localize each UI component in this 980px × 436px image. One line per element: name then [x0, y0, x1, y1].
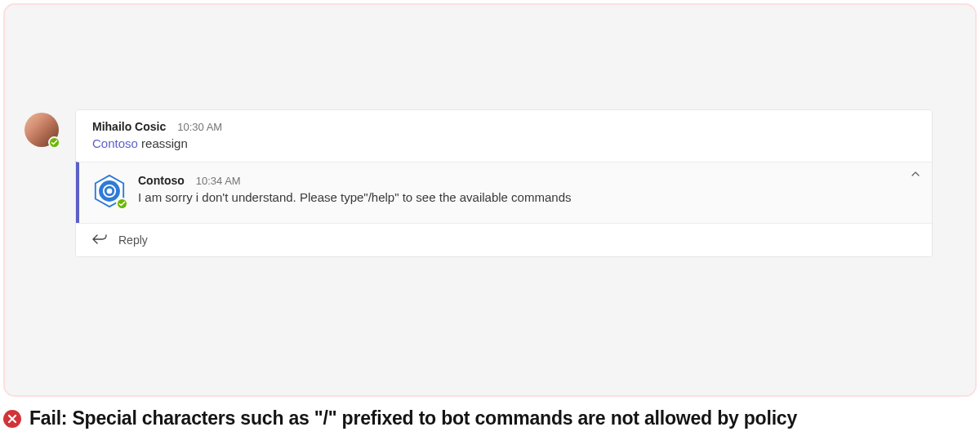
reply-content: Contoso 10:34 AM I am sorry i don't unde… — [138, 174, 915, 208]
reply-message[interactable]: Contoso 10:34 AM I am sorry i don't unde… — [76, 162, 932, 223]
collapse-thread-button[interactable] — [911, 169, 920, 180]
presence-available-icon — [116, 198, 128, 210]
screenshot-frame: Mihailo Cosic 10:30 AM Contoso reassign — [3, 3, 977, 397]
message-text: reassign — [138, 136, 188, 150]
presence-available-icon — [48, 136, 60, 149]
message-body: Contoso reassign — [92, 136, 915, 150]
root-message[interactable]: Mihailo Cosic 10:30 AM Contoso reassign — [76, 110, 932, 162]
at-mention[interactable]: Contoso — [92, 136, 138, 150]
message-thread: Mihailo Cosic 10:30 AM Contoso reassign — [75, 109, 933, 257]
reply-input[interactable]: Reply — [76, 223, 932, 256]
message-header: Contoso 10:34 AM — [138, 174, 915, 187]
author-name: Mihailo Cosic — [92, 120, 166, 133]
message-time: 10:30 AM — [177, 121, 222, 133]
reply-arrow-icon — [92, 234, 107, 246]
reply-placeholder: Reply — [118, 234, 148, 247]
user-avatar[interactable] — [24, 113, 59, 147]
bot-avatar[interactable] — [92, 174, 127, 208]
author-name: Contoso — [138, 174, 185, 187]
message-body: I am sorry i don't understand. Please ty… — [138, 190, 915, 204]
message-time: 10:34 AM — [196, 175, 241, 187]
message-header: Mihailo Cosic 10:30 AM — [92, 120, 915, 133]
error-icon — [3, 410, 21, 428]
validation-caption: Fail: Special characters such as "/" pre… — [3, 407, 797, 429]
validation-text: Fail: Special characters such as "/" pre… — [29, 407, 797, 429]
